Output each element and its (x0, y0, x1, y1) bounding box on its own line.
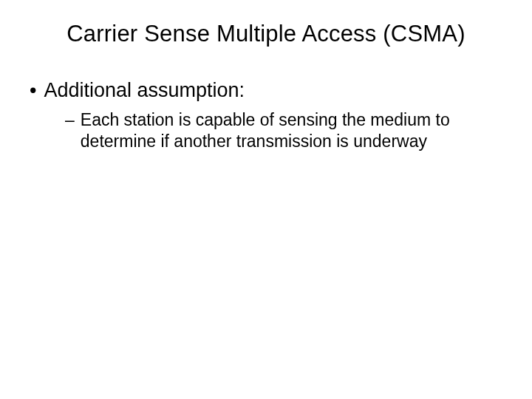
bullet-text-1: Additional assumption: (44, 78, 245, 102)
slide-title: Carrier Sense Multiple Access (CSMA) (0, 21, 532, 47)
bullet-text-2: Each station is capable of sensing the m… (81, 109, 488, 152)
bullet-level-1: • Additional assumption: (30, 78, 502, 102)
bullet-level-2: – Each station is capable of sensing the… (30, 109, 502, 152)
bullet-marker-2: – (65, 109, 75, 131)
slide: Carrier Sense Multiple Access (CSMA) • A… (0, 0, 532, 399)
slide-content: • Additional assumption: – Each station … (0, 78, 532, 152)
bullet-marker-1: • (30, 78, 36, 102)
